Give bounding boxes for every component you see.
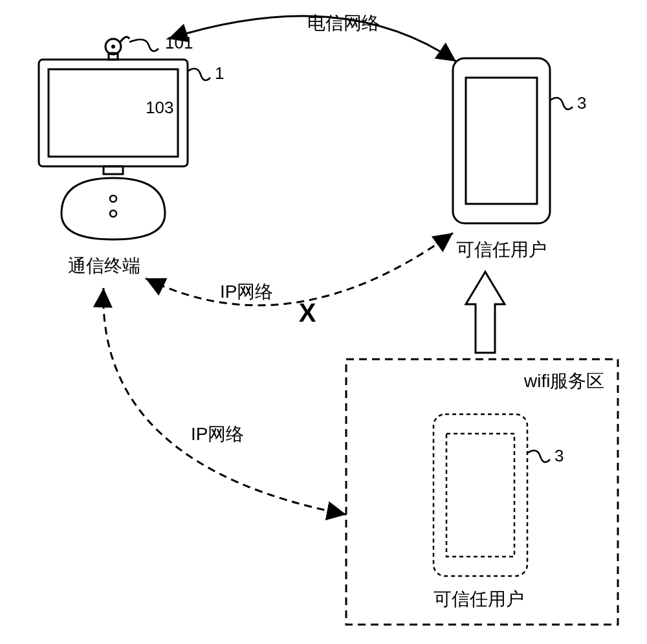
trusted-user-top-label: 可信任用户 — [456, 239, 547, 260]
ip-network-top-label: IP网络 — [220, 282, 273, 302]
svg-rect-8 — [453, 58, 550, 223]
svg-rect-10 — [433, 414, 527, 576]
ref-3-top: 3 — [577, 93, 586, 113]
trusted-user-phone-bottom-icon — [433, 414, 527, 576]
comm-terminal-label: 通信终端 — [68, 256, 140, 276]
trusted-user-bottom-label: 可信任用户 — [433, 589, 524, 609]
svg-point-6 — [110, 195, 116, 202]
network-diagram: 通信终端 101 1 103 可信任用户 3 电信网络 IP网络 X wifi服… — [0, 0, 647, 644]
wifi-zone-box — [346, 359, 618, 625]
move-arrow-icon — [466, 272, 505, 353]
wifi-zone-label: wifi服务区 — [523, 371, 604, 391]
leader-3-bottom — [527, 450, 550, 462]
svg-rect-9 — [466, 78, 537, 204]
telecom-network-label: 电信网络 — [307, 13, 380, 33]
block-x-icon: X — [299, 298, 316, 327]
ip-network-connection-blocked — [146, 233, 453, 305]
trusted-user-phone-top-icon — [453, 58, 550, 223]
ip-network-bottom-label: IP网络 — [191, 424, 244, 444]
svg-point-1 — [111, 45, 115, 49]
svg-point-7 — [110, 210, 116, 217]
leader-1 — [188, 69, 210, 80]
ref-103: 103 — [146, 98, 173, 117]
leader-101 — [129, 39, 159, 51]
svg-rect-5 — [104, 166, 123, 174]
leader-3-top — [550, 98, 573, 109]
svg-rect-11 — [446, 434, 514, 557]
communication-terminal-icon — [39, 37, 188, 239]
ref-3-bottom: 3 — [554, 446, 564, 465]
ref-1: 1 — [215, 63, 224, 83]
